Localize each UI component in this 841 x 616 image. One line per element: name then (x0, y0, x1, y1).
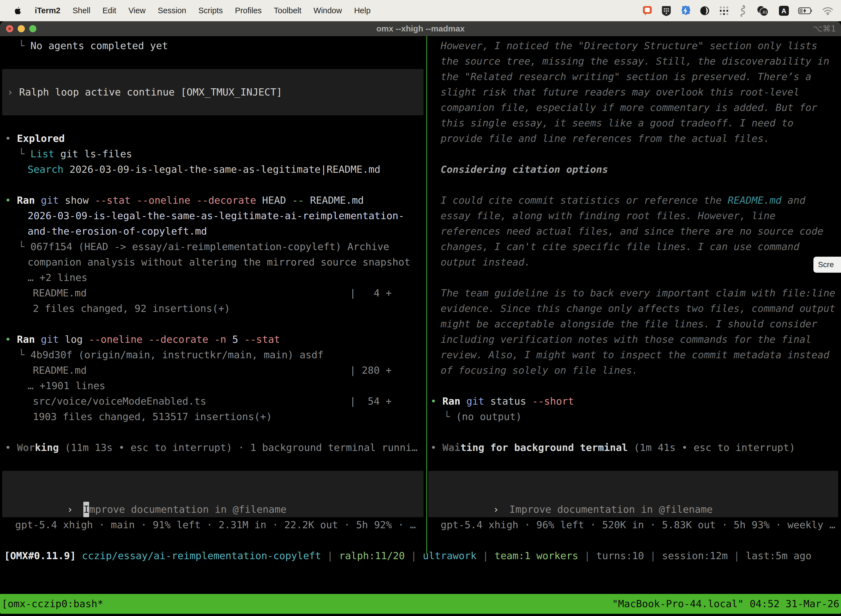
text-segment: • (431, 442, 442, 453)
text-segment: Considering citation options (441, 164, 608, 175)
text-segment: 4b9d30f (origin/main, instructkr/main, m… (30, 349, 323, 361)
text-segment: session:12m (662, 550, 728, 561)
title-bar[interactable]: omx --xhigh --madmax ⌥⌘1 (0, 21, 841, 36)
right-prompt-box[interactable]: › Improve documentation in @filename (428, 471, 838, 517)
terminal-line: src/voice/voiceModeEnabled.ts | 54 + (0, 393, 426, 409)
text-segment: └ (444, 411, 456, 422)
text-segment: the source tree, missing the essay. Stil… (441, 56, 829, 67)
text-segment: review. Also, I might want to inspect th… (441, 349, 829, 361)
menu-item-help[interactable]: Help (354, 6, 371, 15)
flow-badge-icon[interactable] (680, 4, 691, 17)
apps-grid-icon[interactable] (718, 4, 730, 17)
terminal-line: including verification notes with those … (425, 332, 841, 347)
wifi-icon[interactable] (822, 4, 834, 17)
count-badge-icon[interactable]: ..61 (756, 4, 770, 17)
terminal-line: I could cite commit statistics or refere… (425, 193, 841, 208)
crescent-circle-icon[interactable] (699, 4, 710, 17)
screen-recording-icon[interactable] (642, 4, 653, 17)
input-source-icon[interactable]: A (778, 4, 790, 17)
terminal-line: › Ralph loop active continue [OMX_TMUX_I… (2, 69, 423, 100)
text-segment: of focusing solely on file lines. (441, 365, 638, 376)
menu-item-shell[interactable]: Shell (73, 6, 91, 15)
text-segment: … +2 lines (28, 272, 88, 283)
text-segment: No agents completed yet (30, 40, 168, 51)
text-segment: turns:10 (596, 550, 644, 561)
text-segment: might be acceptable alongside the file l… (441, 318, 817, 330)
terminal-line: … +2 lines (0, 270, 426, 285)
text-segment: … +1901 lines (28, 380, 105, 392)
menu-item-toolbelt[interactable]: Toolbelt (274, 6, 301, 15)
menu-item-profiles[interactable]: Profiles (235, 6, 262, 15)
menu-item-edit[interactable]: Edit (103, 6, 116, 15)
terminal-line: • Waiting for background terminal (1m 41… (425, 440, 841, 455)
right-prompt-line: › Improve documentation in @filename (428, 471, 838, 502)
text-segment: Wai (442, 442, 460, 453)
text-segment: | (476, 550, 494, 561)
text-segment: ultrawork (423, 550, 476, 561)
text-cursor: I (84, 502, 89, 517)
terminal-line: this single essay, it seems like a good … (425, 115, 841, 131)
text-segment: README.md | 4 + (33, 287, 391, 299)
terminal-line: Considering citation options (425, 162, 841, 177)
text-segment: README.md (304, 195, 364, 206)
screen-share-tooltip[interactable]: Scre (813, 257, 841, 273)
terminal-line: README.md | 280 + (0, 363, 426, 378)
dragon-icon[interactable] (738, 4, 747, 17)
left-pane-footer: › Improve documentation in @filename gpt… (0, 471, 426, 532)
text-segment: log (59, 334, 83, 345)
terminal-line: Search 2026-03-09-is-legal-the-same-as-l… (0, 162, 426, 177)
terminal-line: • Explored (0, 131, 426, 146)
tmux-status-bar: [omx-cczip0:bash* "MacBook-Pro-44.local"… (0, 594, 841, 614)
prompt-chevron: › (67, 504, 79, 515)
text-segment: 2026-03-09-is-legal-the-same-as-legitima… (63, 164, 381, 175)
text-segment: slight risk that future readers may over… (441, 87, 799, 98)
text-segment: 2 files changed, 92 insertions(+) (33, 303, 230, 314)
terminal-line: review. Also, I might want to inspect th… (425, 347, 841, 363)
passwords-icon[interactable] (661, 4, 672, 17)
text-segment: Ran (17, 195, 35, 206)
terminal-line: 2026-03-09-is-legal-the-same-as-legitima… (0, 208, 426, 224)
text-segment: Ran (17, 334, 35, 345)
menu-item-view[interactable]: View (128, 6, 145, 15)
apple-menu[interactable] (14, 6, 23, 15)
text-segment: git (35, 195, 59, 206)
text-segment: └ (19, 349, 30, 361)
battery-icon[interactable] (798, 4, 813, 17)
text-segment: show (59, 195, 89, 206)
terminal-blank-line (0, 177, 426, 193)
text-segment: king (35, 442, 59, 453)
terminal-line: 1903 files changed, 513517 insertions(+) (0, 409, 426, 424)
text-segment: | (578, 550, 596, 561)
text-segment: provide file and line references from th… (441, 133, 769, 144)
terminal-line: └ No agents completed yet (0, 38, 426, 54)
terminal-line: • Ran git status --short (425, 393, 841, 409)
text-segment: 5 (226, 334, 238, 345)
terminal-blank-line (425, 378, 841, 393)
text-segment: companion analysis without altering the … (28, 257, 410, 268)
text-segment: (11m 13s • esc to interrupt) · 1 backgro… (59, 442, 418, 453)
text-segment: and (781, 195, 806, 206)
text-segment: • (5, 334, 17, 345)
left-prompt-box[interactable]: › Improve documentation in @filename (2, 471, 423, 517)
terminal-line: evidence. Since this change only affects… (425, 301, 841, 316)
terminal-blank-line (0, 455, 426, 471)
menu-item-scripts[interactable]: Scripts (198, 6, 223, 15)
text-segment: • (5, 442, 17, 453)
svg-text:A: A (781, 7, 786, 15)
menu-item-session[interactable]: Session (158, 6, 186, 15)
text-segment: [OMX#0.11.9] (4, 550, 76, 561)
text-segment: git (35, 334, 59, 345)
prompt-chevron: › (493, 504, 505, 515)
terminal-line: └ 4b9d30f (origin/main, instructkr/main,… (0, 347, 426, 363)
terminal-line: references need actual files, and since … (425, 224, 841, 239)
prompt-placeholder: Improve documentation in @filename (509, 504, 713, 515)
terminal-blank-line (0, 54, 426, 69)
text-segment: However, I noticed the "Directory Struct… (441, 40, 817, 51)
terminal-line: and-the-erosion-of-copyleft.md (0, 224, 426, 239)
svg-text:..61: ..61 (761, 10, 767, 14)
menu-item-iterm2[interactable]: iTerm2 (35, 6, 60, 15)
text-segment: src/voice/voiceModeEnabled.ts | 54 + (33, 396, 391, 407)
terminal-line: companion analysis without altering the … (0, 254, 426, 270)
left-prompt-line: › Improve documentation in @filename (2, 471, 423, 502)
menu-item-window[interactable]: Window (314, 6, 342, 15)
